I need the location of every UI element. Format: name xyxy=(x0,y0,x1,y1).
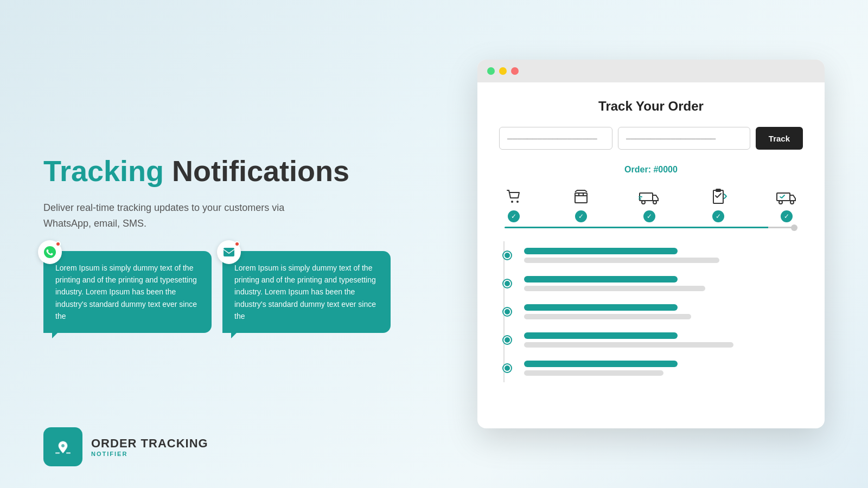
whatsapp-bubble-text: Lorem Ipsum is simply dummy text of the … xyxy=(55,264,197,321)
email-bubble-text: Lorem Ipsum is simply dummy text of the … xyxy=(234,264,376,321)
step-check-4: ✓ xyxy=(712,210,724,222)
track-button[interactable]: Track xyxy=(756,127,803,150)
timeline-bar-secondary-3 xyxy=(524,314,691,319)
brand-text: ORDER TRACKING NOTIFIER xyxy=(91,436,208,457)
order-number-input[interactable] xyxy=(499,127,612,150)
timeline-dot-5 xyxy=(503,364,511,372)
timeline-item-4 xyxy=(510,326,803,354)
svg-rect-1 xyxy=(224,248,234,256)
dispatch-icon xyxy=(639,188,660,206)
step-check-3: ✓ xyxy=(643,210,655,222)
timeline-bar-primary-2 xyxy=(524,276,678,282)
headline-teal: Tracking xyxy=(43,155,164,187)
cart-icon xyxy=(505,188,523,206)
whatsapp-icon-container xyxy=(38,240,62,264)
timeline-dot-3 xyxy=(503,308,511,316)
browser-content: Track Your Order Track Order: #0000 ✓ xyxy=(477,82,825,428)
timeline-dot-2 xyxy=(503,280,511,287)
whatsapp-icon xyxy=(43,246,56,259)
headline: Tracking Notifications xyxy=(43,155,434,187)
timeline-bar-primary-1 xyxy=(524,248,678,254)
brand-bar: ORDER TRACKING NOTIFIER xyxy=(43,427,208,466)
svg-rect-4 xyxy=(66,452,71,454)
email-input[interactable] xyxy=(618,127,750,150)
timeline-bar-primary-4 xyxy=(524,332,678,339)
timeline-bar-secondary-2 xyxy=(524,286,705,291)
brand-logo-icon xyxy=(52,436,74,458)
svg-point-10 xyxy=(653,201,656,204)
svg-point-5 xyxy=(511,201,513,203)
browser-dot-yellow[interactable] xyxy=(499,67,507,75)
search-row: Track xyxy=(499,127,803,150)
step-check-5: ✓ xyxy=(781,210,793,222)
browser-dot-green[interactable] xyxy=(487,67,495,75)
tracking-steps: ✓ ✓ xyxy=(499,188,803,222)
email-icon xyxy=(222,246,235,259)
timeline-dot-1 xyxy=(503,252,511,259)
headline-rest: Notifications xyxy=(164,155,349,187)
svg-rect-3 xyxy=(55,452,60,454)
timeline-item-2 xyxy=(510,269,803,298)
order-number-display: Order: #0000 xyxy=(499,165,803,175)
step-delivered: ✓ xyxy=(776,188,797,222)
browser-window: Track Your Order Track Order: #0000 ✓ xyxy=(477,60,825,428)
chat-bubbles: Lorem Ipsum is simply dummy text of the … xyxy=(43,251,434,333)
svg-point-15 xyxy=(790,201,794,204)
browser-dot-red[interactable] xyxy=(511,67,519,75)
timeline-bar-secondary-1 xyxy=(524,258,719,263)
whatsapp-bubble: Lorem Ipsum is simply dummy text of the … xyxy=(43,251,212,333)
progress-dot xyxy=(791,224,797,231)
notification-dot-2 xyxy=(234,241,240,247)
timeline-dot-4 xyxy=(503,336,511,344)
timeline xyxy=(499,241,803,382)
step-cart: ✓ xyxy=(505,188,523,222)
timeline-bar-secondary-4 xyxy=(524,342,733,348)
subtitle: Deliver real-time tracking updates to yo… xyxy=(43,200,326,232)
brand-name: ORDER TRACKING xyxy=(91,436,208,451)
notification-dot xyxy=(55,241,61,247)
package-icon xyxy=(572,188,590,206)
brand-icon xyxy=(43,427,82,466)
delivered-icon xyxy=(776,188,797,206)
step-check-2: ✓ xyxy=(575,210,587,222)
svg-point-14 xyxy=(779,201,782,204)
browser-bar xyxy=(477,60,825,82)
timeline-item-5 xyxy=(510,354,803,382)
svg-point-0 xyxy=(44,246,56,258)
email-icon-container xyxy=(217,240,241,264)
step-dispatch: ✓ xyxy=(639,188,660,222)
timeline-bar-primary-5 xyxy=(524,361,678,367)
svg-point-9 xyxy=(642,201,645,204)
step-check-1: ✓ xyxy=(508,210,520,222)
brand-sub: NOTIFIER xyxy=(91,451,208,457)
svg-rect-7 xyxy=(575,193,587,203)
timeline-item-3 xyxy=(510,298,803,326)
progress-bar xyxy=(505,227,797,228)
timeline-bar-primary-3 xyxy=(524,304,678,311)
left-panel: Tracking Notifications Deliver real-time… xyxy=(0,123,477,366)
svg-point-6 xyxy=(516,201,519,203)
page-title: Track Your Order xyxy=(499,99,803,114)
timeline-item-1 xyxy=(510,241,803,269)
step-package: ✓ xyxy=(572,188,590,222)
email-bubble: Lorem Ipsum is simply dummy text of the … xyxy=(222,251,391,333)
timeline-bar-secondary-5 xyxy=(524,370,663,376)
step-transit: ✓ xyxy=(709,188,727,222)
transit-icon xyxy=(709,188,727,206)
